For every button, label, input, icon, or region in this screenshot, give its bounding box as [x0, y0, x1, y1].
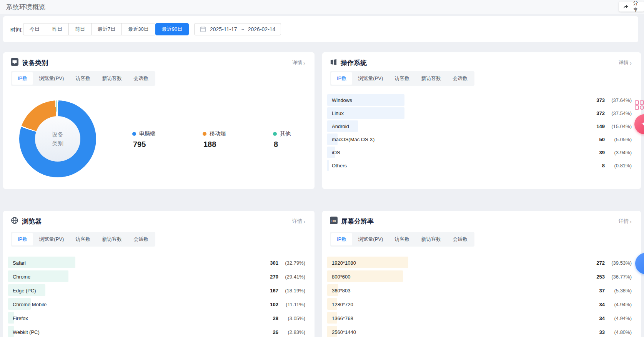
chevron-right-icon: ›: [303, 219, 305, 224]
range-button-昨日[interactable]: 昨日: [46, 23, 69, 35]
date-separator: ~: [241, 26, 244, 32]
item-value: 50: [592, 137, 605, 142]
metric-tabs: IP数浏览量(PV)访客数新访客数会话数: [330, 232, 474, 247]
tab-新访客数[interactable]: 新访客数: [96, 72, 128, 85]
legend-item-其他: 其他8: [273, 130, 291, 149]
item-label: Edge (PC): [13, 288, 36, 294]
item-value: 33: [592, 329, 605, 335]
item-label: 1366*768: [332, 315, 353, 321]
legend-value: 8: [274, 140, 291, 149]
panel-header: 操作系统 详情›: [330, 58, 632, 68]
list-item: Chrome270(29.41%): [8, 270, 305, 284]
time-filter-card: 时间: 今日昨日前日最近7日最近30日最近90日 2025-11-17 ~ 20…: [3, 16, 638, 42]
time-filter-label: 时间:: [10, 27, 23, 33]
item-value: 149: [592, 123, 605, 129]
tab-浏览量(PV)[interactable]: 浏览量(PV): [33, 233, 70, 245]
details-link[interactable]: 详情›: [619, 218, 632, 225]
mini-apps-widget-icon[interactable]: [634, 100, 644, 110]
item-percent: (39.53%): [605, 260, 632, 266]
details-link[interactable]: 详情›: [619, 59, 632, 66]
calendar-icon: [200, 26, 206, 32]
top-bar: 系统环境概览 分享: [0, 0, 644, 14]
tab-IP数[interactable]: IP数: [12, 233, 33, 245]
item-percent: (37.64%): [605, 97, 632, 103]
tab-会话数[interactable]: 会话数: [128, 72, 154, 85]
tab-IP数[interactable]: IP数: [12, 72, 33, 85]
legend-label: 其他: [280, 130, 291, 137]
list-item: Chrome Mobile102(11.11%): [8, 297, 305, 311]
legend-value: 188: [203, 140, 226, 149]
item-label: macOS(Mac OS X): [332, 137, 374, 142]
range-button-最近7日[interactable]: 最近7日: [92, 23, 122, 35]
item-label: Linux: [332, 110, 344, 116]
legend-dot: [273, 132, 277, 136]
tab-新访客数[interactable]: 新访客数: [96, 233, 128, 245]
range-button-最近30日[interactable]: 最近30日: [122, 23, 155, 35]
metric-tabs: IP数浏览量(PV)访客数新访客数会话数: [330, 71, 474, 86]
item-percent: (5.38%): [605, 288, 632, 294]
analytics-dashboard: 系统环境概览 分享 时间: 今日昨日前日最近7日最近30日最近90日 2025-…: [0, 0, 644, 337]
item-percent: (2.83%): [278, 329, 305, 335]
panel-title: 屏幕分辨率: [341, 217, 374, 226]
item-value: 26: [266, 329, 278, 335]
panel-title: 设备类别: [22, 58, 48, 67]
item-label: Safari: [13, 260, 26, 266]
date-end: 2026-02-14: [248, 26, 276, 32]
item-value: 28: [266, 315, 278, 321]
date-range-picker[interactable]: 2025-11-17 ~ 2026-02-14: [194, 23, 281, 35]
range-button-今日[interactable]: 今日: [23, 23, 46, 35]
tab-会话数[interactable]: 会话数: [128, 233, 154, 245]
value-bar: [327, 160, 329, 171]
item-percent: (32.79%): [278, 260, 305, 266]
item-value: 272: [592, 260, 605, 266]
list-item: 800*600253(36.77%): [327, 270, 632, 284]
item-label: iOS: [332, 150, 340, 155]
chevron-right-icon: ›: [303, 60, 305, 66]
list-item: macOS(Mac OS X)50(5.05%): [327, 133, 632, 146]
tab-访客数[interactable]: 访客数: [389, 72, 415, 85]
item-label: 2560*1440: [332, 329, 356, 335]
details-link[interactable]: 详情›: [292, 218, 305, 225]
device-donut-chart: 设备 类别: [19, 100, 96, 177]
item-value: 8: [592, 163, 605, 168]
list-item: 1366*76834(4.94%): [327, 311, 632, 325]
tab-访客数[interactable]: 访客数: [389, 233, 415, 245]
tab-会话数[interactable]: 会话数: [447, 233, 473, 245]
donut-center-label: 设备 类别: [35, 116, 80, 162]
item-percent: (36.77%): [605, 274, 632, 280]
legend-item-电脑端: 电脑端795: [132, 130, 155, 149]
metric-tabs: IP数浏览量(PV)访客数新访客数会话数: [11, 71, 155, 86]
tab-访客数[interactable]: 访客数: [70, 72, 96, 85]
item-value: 34: [592, 315, 605, 321]
tab-浏览量(PV)[interactable]: 浏览量(PV): [352, 233, 389, 245]
item-label: Android: [332, 123, 349, 129]
page-title: 系统环境概览: [6, 3, 45, 12]
range-button-最近90日[interactable]: 最近90日: [155, 23, 189, 35]
tab-浏览量(PV)[interactable]: 浏览量(PV): [352, 72, 389, 85]
list-item: Linux372(37.54%): [327, 107, 632, 120]
metric-tabs: IP数浏览量(PV)访客数新访客数会话数: [11, 232, 155, 247]
item-percent: (4.94%): [605, 315, 632, 321]
item-percent: (11.11%): [278, 302, 305, 307]
sparkle-icon: ✦: [641, 119, 644, 129]
share-button[interactable]: 分享: [619, 2, 644, 12]
item-value: 253: [592, 274, 605, 280]
tab-浏览量(PV)[interactable]: 浏览量(PV): [33, 72, 70, 85]
tab-IP数[interactable]: IP数: [331, 72, 352, 85]
item-value: 39: [592, 150, 605, 155]
tab-新访客数[interactable]: 新访客数: [415, 233, 447, 245]
tab-IP数[interactable]: IP数: [331, 233, 352, 245]
tab-新访客数[interactable]: 新访客数: [415, 72, 447, 85]
range-button-前日[interactable]: 前日: [69, 23, 92, 35]
list-item: 360*80337(5.38%): [327, 284, 632, 297]
item-value: 102: [266, 302, 278, 307]
tab-访客数[interactable]: 访客数: [70, 233, 96, 245]
item-percent: (3.94%): [605, 150, 632, 155]
item-label: 1280*720: [332, 302, 353, 307]
details-link[interactable]: 详情›: [292, 59, 305, 66]
bar-list: 1920*1080272(39.53%)800*600253(36.77%)36…: [327, 256, 632, 337]
windows-logo-icon: [330, 58, 337, 67]
panel-header: HD 屏幕分辨率 详情›: [330, 216, 632, 226]
tab-会话数[interactable]: 会话数: [447, 72, 473, 85]
bar-list: Safari301(32.79%)Chrome270(29.41%)Edge (…: [8, 256, 305, 337]
